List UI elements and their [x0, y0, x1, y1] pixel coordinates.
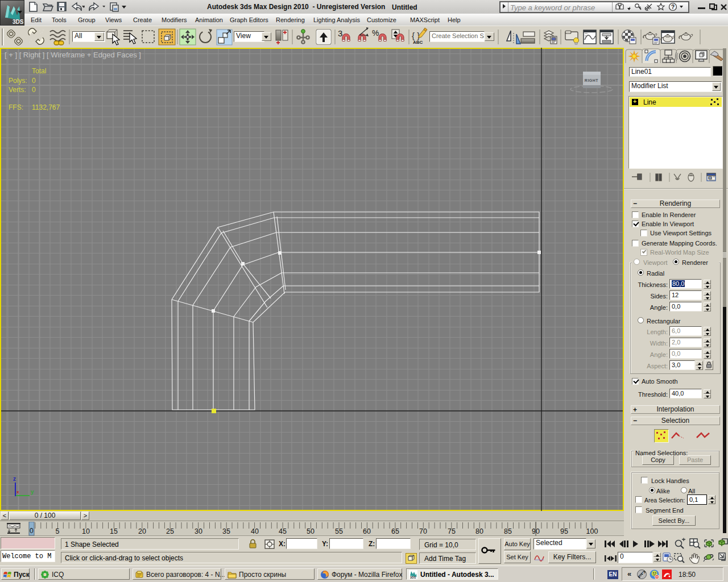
svg-text:45: 45 — [279, 527, 287, 535]
svg-text:0: 0 — [30, 527, 34, 535]
svg-text:25: 25 — [166, 527, 174, 535]
svg-text:85: 85 — [504, 527, 512, 535]
svg-text:40: 40 — [251, 527, 259, 535]
svg-text:70: 70 — [419, 527, 427, 535]
svg-text:3DS: 3DS — [13, 19, 23, 24]
svg-text:50: 50 — [307, 527, 315, 535]
svg-text:65: 65 — [391, 527, 399, 535]
svg-text:75: 75 — [448, 527, 456, 535]
svg-text:10: 10 — [82, 527, 90, 535]
svg-text:30: 30 — [195, 527, 202, 535]
svg-text:60: 60 — [363, 527, 371, 535]
svg-text:55: 55 — [335, 527, 343, 535]
svg-text:5: 5 — [56, 527, 60, 535]
svg-text:35: 35 — [222, 527, 230, 535]
svg-text:100: 100 — [586, 527, 598, 535]
svg-text:3DS: 3DS — [410, 576, 416, 579]
svg-text:z: z — [13, 476, 16, 482]
svg-text:15: 15 — [110, 527, 118, 535]
svg-text:80: 80 — [475, 527, 483, 535]
svg-text:x: x — [16, 489, 19, 494]
svg-text:?: ? — [671, 4, 675, 10]
svg-text:95: 95 — [560, 527, 568, 535]
svg-text:RIGHT: RIGHT — [585, 78, 599, 82]
svg-text:y: y — [31, 489, 34, 495]
svg-text:20: 20 — [138, 527, 146, 535]
